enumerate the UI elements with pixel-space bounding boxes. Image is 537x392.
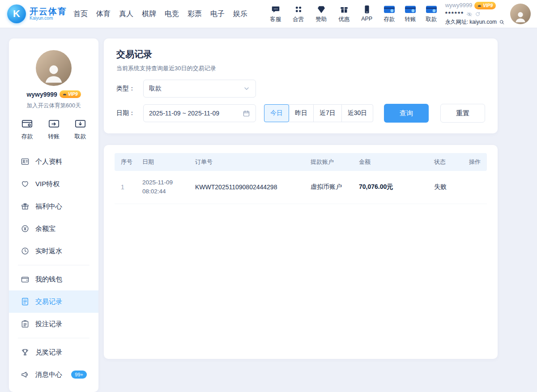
quick-action-label: 转账 bbox=[48, 132, 60, 141]
header-icon-group: 客服 合营 赞助 优惠 APP bbox=[268, 4, 375, 23]
magnifier-icon[interactable] bbox=[499, 19, 505, 25]
search-button[interactable]: 查询 bbox=[384, 104, 429, 123]
sidebar-item-bets[interactable]: 投注记录 bbox=[9, 313, 98, 335]
phone-icon bbox=[362, 4, 372, 14]
sidebar-item-rewards[interactable]: 兑奖记录 bbox=[9, 341, 98, 363]
sidebar-item-label: 投注记录 bbox=[35, 320, 62, 328]
sidebar-item-yuebao[interactable]: 余额宝 bbox=[9, 217, 98, 240]
filter-actions: 查询 重置 bbox=[384, 104, 485, 123]
nav-entertainment[interactable]: 娱乐 bbox=[233, 9, 247, 19]
header-item-service[interactable]: 客服 bbox=[268, 4, 283, 23]
avatar[interactable] bbox=[510, 4, 531, 24]
range-today-button[interactable]: 今日 bbox=[264, 104, 289, 122]
masked-balance: ****** bbox=[445, 10, 464, 18]
date-label: 日期： bbox=[116, 109, 143, 117]
sidebar-item-rebate[interactable]: 实时返水 bbox=[9, 240, 98, 262]
nav-slots[interactable]: 电子 bbox=[210, 9, 225, 19]
sidebar-item-wallet[interactable]: 我的钱包 bbox=[9, 268, 98, 290]
header-user-block: wywy9999 VIP9 ****** 永久网址: kaiyun.com bbox=[445, 1, 505, 26]
type-filter-row: 类型： 取款 bbox=[116, 80, 485, 98]
page-body: wywy9999 VIP9 加入开云体育第600天 存款 转账 取款 bbox=[0, 28, 537, 392]
nav-chess[interactable]: 棋牌 bbox=[142, 9, 156, 19]
sidebar-menu: 个人资料 VIP特权 福利中心 余额宝 实时返水 我的钱包 bbox=[9, 147, 98, 386]
sidebar: wywy9999 VIP9 加入开云体育第600天 存款 转账 取款 bbox=[9, 38, 98, 392]
sidebar-transfer-button[interactable]: 转账 bbox=[48, 118, 60, 141]
header-withdraw-button[interactable]: 取款 bbox=[424, 4, 439, 23]
nav-lottery[interactable]: 彩票 bbox=[188, 9, 202, 19]
clipboard-icon bbox=[21, 320, 30, 328]
logo-brand: 开云体育 bbox=[30, 7, 67, 16]
filter-card: 交易记录 当前系统支持查询最近30日的交易记录 类型： 取款 日期： 2025-… bbox=[104, 38, 498, 133]
person-silhouette-icon bbox=[513, 9, 528, 24]
crown-icon bbox=[63, 92, 67, 96]
sidebar-item-profile[interactable]: 个人资料 bbox=[9, 150, 98, 173]
col-header-no: 序号 bbox=[115, 153, 138, 171]
eye-off-icon[interactable] bbox=[466, 11, 473, 17]
chevron-down-icon bbox=[243, 85, 250, 92]
heart-icon bbox=[21, 179, 30, 188]
main-nav: 首页 体育 真人 棋牌 电竞 彩票 电子 娱乐 bbox=[73, 9, 247, 19]
username: wywy9999 bbox=[445, 1, 473, 10]
nav-home[interactable]: 首页 bbox=[73, 9, 88, 19]
sidebar-item-transactions[interactable]: 交易记录 bbox=[9, 290, 98, 313]
header-item-label: 赞助 bbox=[315, 16, 327, 23]
time-value: 08:02:44 bbox=[142, 187, 186, 196]
range-30days-button[interactable]: 近30日 bbox=[341, 104, 374, 122]
calendar-icon bbox=[243, 110, 250, 117]
quick-range-group: 今日 昨日 近7日 近30日 bbox=[264, 104, 373, 122]
date-range-input[interactable]: 2025-11-09 ~ 2025-11-09 bbox=[143, 104, 256, 122]
cell-no: 1 bbox=[115, 171, 138, 204]
bank-card-withdraw-icon bbox=[426, 4, 437, 14]
sidebar-deposit-button[interactable]: 存款 bbox=[21, 118, 33, 141]
type-select-value: 取款 bbox=[149, 85, 162, 93]
sidebar-avatar bbox=[36, 50, 72, 86]
reset-button[interactable]: 重置 bbox=[440, 104, 485, 123]
crown-icon bbox=[477, 4, 482, 8]
top-header: K 开云体育 Kaiyun.com 首页 体育 真人 棋牌 电竞 彩票 电子 娱… bbox=[0, 0, 537, 28]
date-filter-row: 日期： 2025-11-09 ~ 2025-11-09 今日 昨日 近7日 近3… bbox=[116, 104, 485, 123]
header-deposit-button[interactable]: 存款 bbox=[382, 4, 397, 23]
table-header-row: 序号 日期 订单号 提款账户 金额 状态 操作 bbox=[115, 153, 487, 171]
clock-icon bbox=[21, 247, 30, 256]
sidebar-withdraw-button[interactable]: 取款 bbox=[74, 118, 86, 141]
joined-days: 加入开云体育第600天 bbox=[9, 102, 98, 110]
range-7days-button[interactable]: 近7日 bbox=[313, 104, 342, 122]
logo-domain: Kaiyun.com bbox=[30, 16, 67, 21]
sidebar-item-label: 消息中心 bbox=[35, 371, 62, 379]
type-select[interactable]: 取款 bbox=[143, 80, 256, 98]
nav-live-casino[interactable]: 真人 bbox=[119, 9, 133, 19]
megaphone-icon bbox=[21, 370, 30, 379]
card-outline-icon bbox=[21, 118, 33, 130]
divider bbox=[18, 265, 90, 265]
range-yesterday-button[interactable]: 昨日 bbox=[289, 104, 314, 122]
vip-badge: VIP9 bbox=[60, 90, 81, 98]
logo[interactable]: K 开云体育 Kaiyun.com bbox=[7, 4, 67, 23]
chat-bubble-icon bbox=[271, 4, 281, 14]
quick-action-label: 存款 bbox=[21, 132, 33, 141]
cell-account: 虚拟币账户 bbox=[306, 171, 354, 204]
refresh-icon[interactable] bbox=[475, 11, 481, 17]
sidebar-item-label: VIP特权 bbox=[35, 180, 60, 188]
header-item-label: 转账 bbox=[405, 16, 416, 23]
header-item-app[interactable]: APP bbox=[359, 4, 375, 23]
sidebar-item-vip[interactable]: VIP特权 bbox=[9, 173, 98, 195]
sidebar-item-label: 实时返水 bbox=[35, 247, 62, 256]
divider bbox=[18, 338, 90, 338]
main-content: 交易记录 当前系统支持查询最近30日的交易记录 类型： 取款 日期： 2025-… bbox=[104, 38, 498, 392]
trophy-icon bbox=[21, 348, 30, 357]
col-header-status: 状态 bbox=[430, 153, 465, 171]
header-item-sponsor[interactable]: 赞助 bbox=[314, 4, 329, 23]
sidebar-item-messages[interactable]: 消息中心 99+ bbox=[9, 363, 98, 386]
sidebar-item-welfare[interactable]: 福利中心 bbox=[9, 195, 98, 217]
coin-yuan-icon bbox=[21, 224, 30, 233]
header-item-partnership[interactable]: 合营 bbox=[291, 4, 306, 23]
nav-esports[interactable]: 电竞 bbox=[165, 9, 179, 19]
logo-letter: K bbox=[13, 8, 20, 20]
col-header-account: 提款账户 bbox=[306, 153, 354, 171]
sidebar-item-label: 兑奖记录 bbox=[35, 348, 62, 357]
nav-sports[interactable]: 体育 bbox=[96, 9, 111, 19]
header-transfer-button[interactable]: 转账 bbox=[403, 4, 418, 23]
partners-grid-icon bbox=[294, 4, 303, 14]
header-item-promo[interactable]: 优惠 bbox=[337, 4, 352, 23]
page-title: 交易记录 bbox=[116, 48, 485, 60]
